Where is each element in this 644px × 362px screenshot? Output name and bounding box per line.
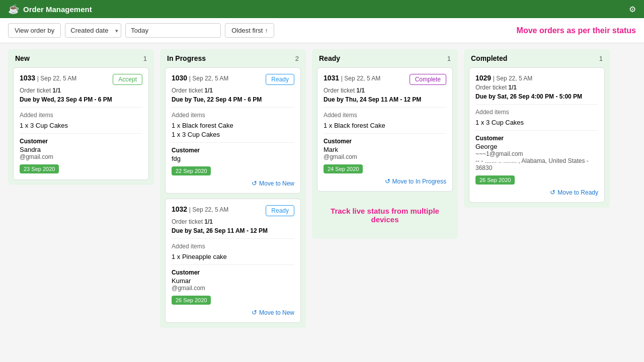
undo-icon: ↺	[385, 177, 390, 185]
view-order-by-button[interactable]: View order by	[8, 23, 61, 38]
column-header-in-progress: In Progress 2	[160, 49, 306, 67]
column-new: New 1 1033 | Sep 22, 5 AMAcceptOrder tic…	[8, 49, 154, 185]
card-ticket-1030: Order ticket 1/1	[172, 87, 294, 94]
card-actions-1032: ↺ Move to New	[172, 309, 294, 316]
status-button-1032[interactable]: Ready	[266, 205, 294, 216]
card-1030: 1030 | Sep 22, 5 AMReadyOrder ticket 1/1…	[165, 67, 301, 194]
card-date-1033: | Sep 22, 5 AM	[37, 75, 77, 82]
column-title-new: New	[15, 54, 30, 62]
card-due-1032: Due by Sat, 26 Sep 11 AM - 12 PM	[172, 227, 294, 234]
toolbar: View order by Created date Oldest first …	[0, 18, 644, 43]
oldest-first-label: Oldest first	[231, 27, 263, 34]
action-label-1030: Move to New	[259, 180, 294, 187]
card-header-1030: 1030 | Sep 22, 5 AMReady	[172, 74, 294, 85]
card-item-1033: 1 x 3 Cup Cakes	[20, 122, 142, 129]
card-date-badge-1031: 24 Sep 2020	[324, 164, 363, 173]
action-link-1030[interactable]: ↺ Move to New	[252, 179, 294, 187]
card-customer-label-1033: Customer	[20, 138, 142, 145]
card-date-badge-1030: 22 Sep 2020	[172, 166, 211, 175]
card-due-1031: Due by Thu, 24 Sep 11 AM - 12 PM	[324, 96, 446, 103]
undo-icon: ↺	[252, 179, 257, 187]
kanban-board: New 1 1033 | Sep 22, 5 AMAcceptOrder tic…	[0, 43, 644, 334]
card-customer-address-1029: -- - ....... .. ........ , Alabama, Unit…	[475, 157, 598, 171]
card-customer-name-1031: Mark	[324, 146, 446, 153]
card-order-id-1030: 1030	[172, 74, 187, 82]
card-id-date-1029: 1029 | Sep 22, 5 AM	[475, 74, 532, 82]
card-items-label-1030: Added items	[172, 112, 294, 119]
card-order-id-1029: 1029	[475, 74, 491, 82]
column-header-ready: Ready 1	[312, 49, 458, 67]
column-body-in-progress: 1030 | Sep 22, 5 AMReadyOrder ticket 1/1…	[160, 67, 306, 328]
card-1029: 1029 | Sep 22, 5 AMOrder ticket 1/1Due b…	[469, 67, 605, 203]
app-title: Order Management	[23, 5, 92, 14]
card-actions-1031: ↺ Move to In Progress	[324, 177, 446, 185]
column-body-new: 1033 | Sep 22, 5 AMAcceptOrder ticket 1/…	[8, 67, 154, 185]
column-header-completed: Completed 1	[464, 49, 610, 67]
settings-icon[interactable]: ⚙	[629, 5, 636, 14]
card-item-1032: 1 x Pineapple cake	[172, 253, 294, 260]
card-customer-email-1032: @gmail.com	[172, 285, 294, 292]
card-ticket-1032: Order ticket 1/1	[172, 218, 294, 225]
created-date-select-wrapper: Created date	[65, 23, 121, 38]
card-customer-label-1030: Customer	[172, 147, 294, 154]
status-button-1033[interactable]: Accept	[113, 74, 142, 85]
card-header-1033: 1033 | Sep 22, 5 AMAccept	[20, 74, 142, 85]
action-link-1031[interactable]: ↺ Move to In Progress	[385, 177, 446, 185]
card-item-1030: 1 x Black forest Cake	[172, 122, 294, 129]
card-customer-label-1031: Customer	[324, 138, 446, 145]
card-date-badge-1032: 26 Sep 2020	[172, 296, 211, 305]
promo-text: Move orders as per their status	[517, 26, 636, 35]
card-item-1030: 1 x 3 Cup Cakes	[172, 131, 294, 138]
card-id-date-1031: 1031 | Sep 22, 5 AM	[324, 74, 380, 82]
card-ticket-1033: Order ticket 1/1	[20, 87, 142, 94]
card-items-label-1029: Added items	[475, 109, 598, 116]
column-count-new: 1	[143, 55, 147, 62]
card-date-badge-1033: 23 Sep 2020	[20, 164, 59, 173]
card-item-1031: 1 x Black forest Cake	[324, 122, 446, 129]
column-count-ready: 1	[447, 55, 451, 62]
card-items-label-1031: Added items	[324, 112, 446, 119]
card-1032: 1032 | Sep 22, 5 AMReadyOrder ticket 1/1…	[165, 199, 301, 323]
card-header-1032: 1032 | Sep 22, 5 AMReady	[172, 205, 294, 216]
card-order-id-1032: 1032	[172, 205, 187, 213]
card-date-1032: | Sep 22, 5 AM	[189, 206, 229, 213]
card-customer-email-1031: @gmail.com	[324, 153, 446, 160]
card-id-date-1032: 1032 | Sep 22, 5 AM	[172, 205, 228, 213]
card-actions-1029: ↺ Move to Ready	[475, 189, 598, 196]
card-date-1031: | Sep 22, 5 AM	[341, 75, 381, 82]
date-filter-input[interactable]	[125, 23, 221, 38]
card-ticket-1031: Order ticket 1/1	[324, 87, 446, 94]
created-date-select[interactable]: Created date	[65, 23, 121, 38]
column-count-completed: 1	[599, 55, 603, 62]
card-ticket-1029: Order ticket 1/1	[475, 84, 598, 91]
card-customer-label-1032: Customer	[172, 269, 294, 276]
column-ready: Ready 1 1031 | Sep 22, 5 AMCompleteOrder…	[312, 49, 458, 239]
undo-icon: ↺	[252, 309, 257, 316]
card-due-1030: Due by Tue, 22 Sep 4 PM - 6 PM	[172, 96, 294, 103]
column-header-new: New 1	[8, 49, 154, 67]
card-date-1029: | Sep 22, 5 AM	[493, 75, 533, 82]
card-header-1031: 1031 | Sep 22, 5 AMComplete	[324, 74, 446, 85]
action-link-1032[interactable]: ↺ Move to New	[252, 309, 294, 316]
status-button-1031[interactable]: Complete	[410, 74, 446, 85]
action-link-1029[interactable]: ↺ Move to Ready	[550, 189, 598, 196]
column-title-completed: Completed	[471, 54, 507, 62]
card-id-date-1033: 1033 | Sep 22, 5 AM	[20, 74, 76, 82]
column-title-ready: Ready	[319, 54, 340, 62]
sort-order-button[interactable]: Oldest first ↑	[225, 23, 274, 38]
bottom-promo-text: Track live status from multiple devices	[317, 197, 453, 234]
card-1031: 1031 | Sep 22, 5 AMCompleteOrder ticket …	[317, 67, 453, 192]
action-label-1029: Move to Ready	[557, 189, 598, 196]
coffee-icon: ☕	[8, 4, 19, 15]
card-item-1029: 1 x 3 Cup Cakes	[475, 119, 598, 126]
card-customer-name-1029: George	[475, 143, 598, 150]
action-label-1031: Move to In Progress	[392, 178, 446, 185]
column-title-in-progress: In Progress	[167, 54, 206, 62]
card-customer-label-1029: Customer	[475, 135, 598, 142]
column-body-ready: 1031 | Sep 22, 5 AMCompleteOrder ticket …	[312, 67, 458, 239]
card-header-1029: 1029 | Sep 22, 5 AM	[475, 74, 598, 82]
card-date-badge-1029: 26 Sep 2020	[475, 175, 515, 185]
status-button-1030[interactable]: Ready	[266, 74, 294, 85]
card-customer-name-1033: Sandra	[20, 146, 142, 153]
card-customer-email-1033: @gmail.com	[20, 153, 142, 160]
